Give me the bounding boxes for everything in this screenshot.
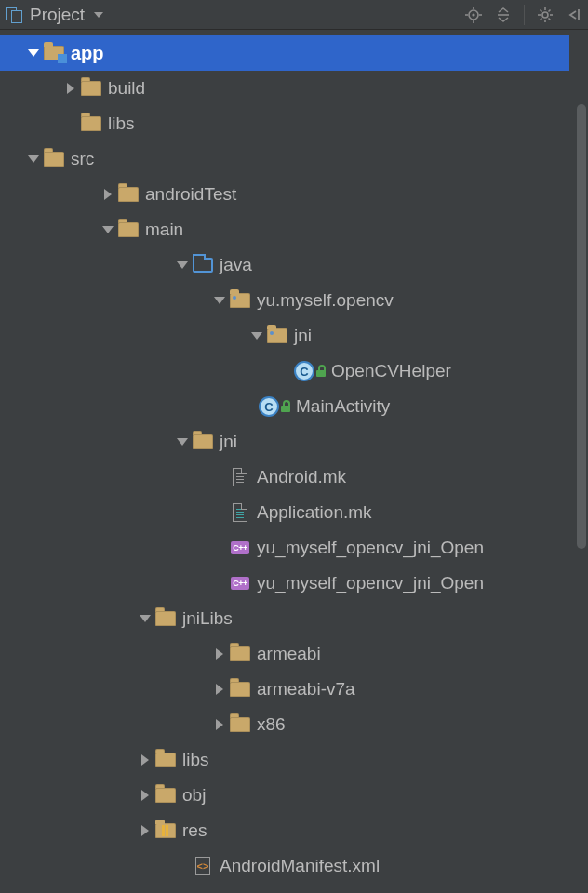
gear-icon[interactable] xyxy=(536,6,555,24)
tree-node-cpp-1[interactable]: C++ yu_myself_opencv_jni_Open xyxy=(0,530,588,566)
tree-node-androidtest[interactable]: androidTest xyxy=(0,177,588,212)
tree-label: main xyxy=(145,220,183,240)
tree-label: yu_myself_opencv_jni_Open xyxy=(257,538,484,558)
tree-label: res xyxy=(182,820,207,841)
chevron-down-icon[interactable] xyxy=(175,434,190,449)
lock-icon xyxy=(316,366,326,377)
tree-node-android-mk[interactable]: Android.mk xyxy=(0,460,588,495)
chevron-right-icon[interactable] xyxy=(138,753,153,767)
file-icon xyxy=(229,468,251,486)
svg-line-12 xyxy=(541,9,542,11)
folder-icon xyxy=(43,150,65,168)
scrollbar-thumb[interactable] xyxy=(577,104,586,549)
tree-node-armeabi-v7a[interactable]: armeabi-v7a xyxy=(0,672,588,707)
chevron-down-icon[interactable] xyxy=(212,293,227,308)
chevron-down-icon[interactable] xyxy=(175,258,190,273)
tree-label: libs xyxy=(108,113,135,134)
folder-icon xyxy=(229,715,251,734)
project-tree[interactable]: app build libs src androidTest main xyxy=(0,30,588,884)
view-mode-dropdown-icon[interactable] xyxy=(94,12,103,18)
arrow-placeholder xyxy=(212,505,227,520)
folder-icon xyxy=(154,751,177,769)
tree-node-build[interactable]: build xyxy=(0,71,588,106)
tree-label: yu_myself_opencv_jni_Open xyxy=(257,573,484,593)
chevron-down-icon[interactable] xyxy=(100,222,115,237)
tree-node-res[interactable]: res xyxy=(0,813,588,848)
tree-label: OpenCVHelper xyxy=(331,361,451,381)
svg-point-1 xyxy=(472,13,474,16)
collapse-all-icon[interactable] xyxy=(494,6,513,24)
header-left: Project xyxy=(6,5,464,25)
folder-icon xyxy=(80,114,102,133)
tree-label: build xyxy=(108,78,145,99)
xml-file-icon: <> xyxy=(192,857,214,875)
class-icon: C xyxy=(259,396,279,417)
chevron-down-icon[interactable] xyxy=(26,152,41,167)
tree-label: src xyxy=(71,149,94,169)
tree-node-application-mk[interactable]: Application.mk xyxy=(0,495,588,530)
folder-icon xyxy=(229,645,251,663)
chevron-down-icon[interactable] xyxy=(249,328,264,343)
folder-icon xyxy=(154,786,177,805)
tree-node-x86[interactable]: x86 xyxy=(0,707,588,742)
tree-label: armeabi-v7a xyxy=(257,679,355,700)
toolbar-separator xyxy=(524,5,525,25)
folder-icon xyxy=(192,433,214,451)
tree-node-libs-top[interactable]: libs xyxy=(0,106,588,141)
svg-line-13 xyxy=(549,18,551,20)
file-icon xyxy=(229,503,251,522)
arrow-placeholder xyxy=(175,859,190,873)
tree-node-libs[interactable]: libs xyxy=(0,742,588,778)
lock-icon xyxy=(281,401,290,412)
tree-node-main[interactable]: main xyxy=(0,212,588,247)
cpp-file-icon: C++ xyxy=(229,539,251,557)
chevron-down-icon[interactable] xyxy=(26,46,41,60)
tree-node-app[interactable]: app xyxy=(0,35,569,71)
tree-label: java xyxy=(220,255,252,275)
tree-node-src[interactable]: src xyxy=(0,141,588,177)
header-toolbar xyxy=(464,5,584,25)
cpp-file-icon: C++ xyxy=(229,574,251,593)
locate-icon[interactable] xyxy=(464,6,483,24)
tree-label: app xyxy=(71,43,104,64)
tree-label: libs xyxy=(182,750,209,770)
folder-icon xyxy=(229,680,251,699)
folder-icon xyxy=(117,220,140,239)
tool-window-title[interactable]: Project xyxy=(30,5,85,25)
resource-folder-icon xyxy=(154,821,177,840)
tree-label: Application.mk xyxy=(257,502,372,523)
chevron-right-icon[interactable] xyxy=(100,187,115,202)
chevron-down-icon[interactable] xyxy=(138,611,153,626)
tree-node-jni-dir[interactable]: jni xyxy=(0,424,588,460)
tree-node-manifest[interactable]: <> AndroidManifest.xml xyxy=(0,848,588,884)
hide-icon[interactable] xyxy=(566,6,584,24)
tree-label: jniLibs xyxy=(182,608,233,629)
chevron-right-icon[interactable] xyxy=(138,823,153,838)
tree-node-java[interactable]: java xyxy=(0,247,588,283)
tree-label: yu.myself.opencv xyxy=(257,290,394,311)
tree-label: androidTest xyxy=(145,184,236,205)
tree-node-obj[interactable]: obj xyxy=(0,778,588,813)
tree-node-mainactivity[interactable]: C MainActivity xyxy=(0,389,588,424)
svg-line-14 xyxy=(541,18,542,20)
tree-node-armeabi[interactable]: armeabi xyxy=(0,636,588,672)
class-icon: C xyxy=(294,361,314,381)
tree-node-jni-pkg[interactable]: jni xyxy=(0,318,588,353)
chevron-right-icon[interactable] xyxy=(212,682,227,697)
chevron-right-icon[interactable] xyxy=(63,81,78,96)
tree-node-cpp-2[interactable]: C++ yu_myself_opencv_jni_Open xyxy=(0,566,588,601)
tree-node-package[interactable]: yu.myself.opencv xyxy=(0,283,588,318)
package-icon xyxy=(266,327,288,345)
folder-icon xyxy=(154,609,177,628)
folder-icon xyxy=(80,79,102,98)
tree-label: jni xyxy=(294,326,312,346)
chevron-right-icon[interactable] xyxy=(138,788,153,803)
folder-icon xyxy=(117,185,140,204)
package-icon xyxy=(229,291,251,310)
tree-label: armeabi xyxy=(257,644,321,664)
tree-node-opencvhelper[interactable]: C OpenCVHelper xyxy=(0,353,588,389)
tree-label: jni xyxy=(220,432,237,452)
chevron-right-icon[interactable] xyxy=(212,717,227,732)
tree-node-jnilibs[interactable]: jniLibs xyxy=(0,601,588,636)
chevron-right-icon[interactable] xyxy=(212,646,227,661)
